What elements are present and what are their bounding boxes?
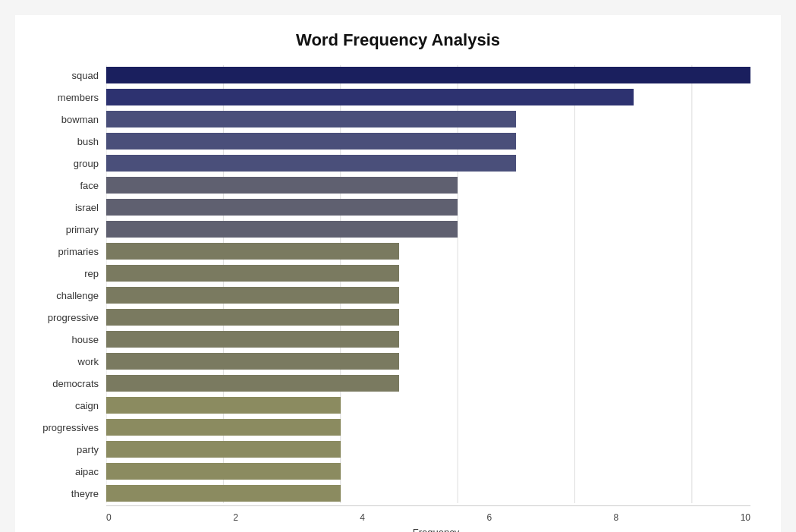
bar-label: primary	[30, 224, 106, 235]
bar-wrapper	[106, 67, 750, 83]
bar-wrapper	[106, 441, 750, 458]
bar-label: aipac	[30, 466, 106, 477]
bar-label: theyre	[30, 488, 106, 499]
bar-label: house	[30, 334, 106, 345]
bar-row: primary	[106, 219, 750, 239]
bar	[106, 67, 750, 83]
bar-label: members	[30, 92, 106, 103]
bar-row: bowman	[106, 109, 750, 129]
x-axis-label: 8	[614, 512, 619, 523]
bar	[106, 463, 341, 480]
bar-label: primaries	[30, 246, 106, 257]
x-axis-labels: 0246810	[106, 512, 750, 523]
bar-label: progressives	[30, 422, 106, 433]
bar	[106, 221, 458, 238]
bar	[106, 353, 399, 370]
bar	[106, 419, 341, 436]
bar	[106, 243, 399, 260]
bar	[106, 331, 399, 348]
bar	[106, 177, 458, 194]
bar-label: face	[30, 180, 106, 191]
bar-wrapper	[106, 485, 750, 502]
bar-row: members	[106, 87, 750, 107]
chart-container: Word Frequency Analysis squadmembersbowm…	[15, 15, 781, 532]
bar-row: bush	[106, 131, 750, 151]
bar-label: rep	[30, 268, 106, 279]
bar-row: primaries	[106, 241, 750, 261]
bar-wrapper	[106, 331, 750, 348]
x-axis-label: 10	[741, 512, 750, 523]
bars-container: squadmembersbowmanbushgroupfaceisraelpri…	[106, 65, 750, 503]
bar-row: democrats	[106, 373, 750, 393]
bar-wrapper	[106, 177, 750, 194]
bar-label: squad	[30, 70, 106, 81]
bar-label: group	[30, 158, 106, 169]
bar	[106, 441, 341, 458]
bar-wrapper	[106, 111, 750, 127]
bar-wrapper	[106, 397, 750, 414]
bar	[106, 199, 458, 216]
bar	[106, 265, 399, 282]
bar	[106, 309, 399, 326]
bar-row: theyre	[106, 483, 750, 503]
bar-wrapper	[106, 353, 750, 370]
bar	[106, 155, 516, 172]
bar-wrapper	[106, 287, 750, 304]
bar-row: challenge	[106, 285, 750, 305]
bar-row: progressive	[106, 307, 750, 327]
bar	[106, 111, 516, 127]
bar-row: group	[106, 153, 750, 173]
bar-row: aipac	[106, 461, 750, 481]
bar	[106, 287, 399, 304]
x-axis: 0246810	[106, 512, 750, 523]
bar	[106, 397, 341, 414]
bar-wrapper	[106, 375, 750, 392]
x-axis-label: 0	[106, 512, 112, 523]
bar-row: progressives	[106, 417, 750, 437]
bar-label: party	[30, 444, 106, 455]
axis-line	[106, 505, 750, 506]
bar-row: work	[106, 351, 750, 371]
bar-row: face	[106, 175, 750, 195]
bar-wrapper	[106, 155, 750, 172]
bar-label: democrats	[30, 378, 106, 389]
bar-label: caign	[30, 400, 106, 411]
x-axis-label: 2	[233, 512, 238, 523]
chart-title: Word Frequency Analysis	[30, 30, 766, 50]
bar-label: work	[30, 356, 106, 367]
x-axis-label: 4	[360, 512, 365, 523]
bar-row: squad	[106, 65, 750, 85]
bar	[106, 485, 341, 502]
bar-row: caign	[106, 395, 750, 415]
x-axis-title: Frequency	[106, 527, 766, 532]
bar-wrapper	[106, 309, 750, 326]
bar	[106, 89, 634, 105]
bar-row: house	[106, 329, 750, 349]
bar-label: bowman	[30, 114, 106, 125]
bar-wrapper	[106, 265, 750, 282]
bar-row: israel	[106, 197, 750, 217]
bar	[106, 133, 516, 150]
bar-label: bush	[30, 136, 106, 147]
bar-wrapper	[106, 133, 750, 150]
bar-row: party	[106, 439, 750, 459]
bar-wrapper	[106, 89, 750, 105]
bar-wrapper	[106, 199, 750, 216]
bar-wrapper	[106, 419, 750, 436]
x-axis-label: 6	[486, 512, 492, 523]
bar-label: progressive	[30, 312, 106, 323]
bar-wrapper	[106, 221, 750, 238]
bar-label: israel	[30, 202, 106, 213]
bar-wrapper	[106, 243, 750, 260]
bar-row: rep	[106, 263, 750, 283]
bar	[106, 375, 399, 392]
bar-label: challenge	[30, 290, 106, 301]
bar-wrapper	[106, 463, 750, 480]
